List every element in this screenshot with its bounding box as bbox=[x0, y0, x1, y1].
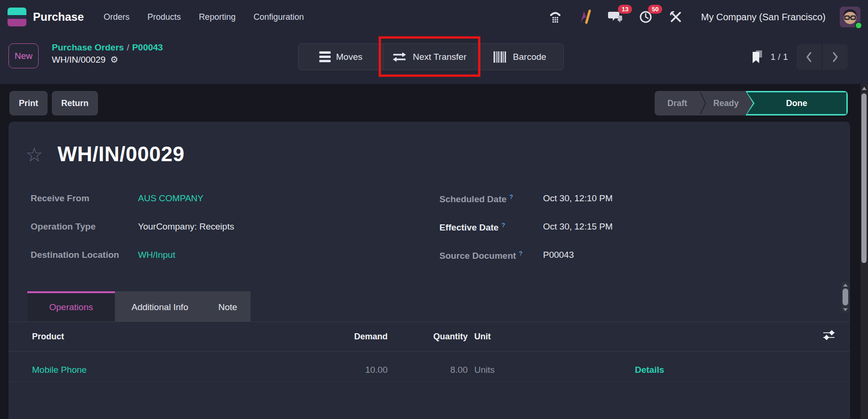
details-button[interactable]: Details bbox=[635, 365, 664, 375]
activities-clock-icon[interactable]: 50 bbox=[638, 9, 654, 25]
column-header-demand[interactable]: Demand bbox=[317, 332, 388, 342]
field-value-scheduled-date[interactable]: Oct 30, 12:10 PM bbox=[543, 193, 613, 204]
help-icon: ? bbox=[510, 193, 513, 200]
column-header-unit[interactable]: Unit bbox=[474, 332, 491, 342]
optional-columns-icon[interactable] bbox=[822, 330, 836, 342]
form-sheet: ☆ WH/IN/00029 Receive From AUS COMPANY O… bbox=[8, 122, 850, 419]
nav-menus: Orders Products Reporting Configuration bbox=[103, 9, 305, 25]
logo-dark-band bbox=[8, 15, 26, 19]
online-status-dot bbox=[855, 22, 862, 29]
user-avatar[interactable] bbox=[840, 7, 860, 27]
field-value-operation-type[interactable]: YourCompany: Receipts bbox=[138, 222, 234, 232]
page-scrollbar[interactable] bbox=[860, 84, 868, 419]
favorite-star-icon[interactable]: ☆ bbox=[25, 145, 43, 165]
menu-reporting[interactable]: Reporting bbox=[198, 9, 236, 25]
pager: 1 / 1 bbox=[752, 44, 848, 70]
notebook-tabs: Operations Additional Info Note bbox=[27, 291, 251, 321]
activities-badge: 50 bbox=[648, 5, 662, 14]
barcode-icon bbox=[493, 51, 507, 63]
field-label-operation-type: Operation Type bbox=[31, 222, 96, 232]
field-label-source-document: Source Document bbox=[439, 251, 516, 261]
control-panel: Print Return Draft Ready Done bbox=[0, 84, 860, 122]
moves-list-icon bbox=[319, 51, 331, 62]
actions-gear-icon[interactable]: ⚙ bbox=[110, 54, 118, 66]
field-value-receive-from[interactable]: AUS COMPANY bbox=[138, 193, 203, 203]
print-button[interactable]: Print bbox=[9, 91, 48, 115]
table-row-demand[interactable]: 10.00 bbox=[317, 365, 388, 375]
barcode-button[interactable]: Barcode bbox=[476, 43, 564, 70]
app-title[interactable]: Purchase bbox=[33, 10, 84, 24]
breadcrumb: Purchase Orders/P00043 WH/IN/00029 ⚙ bbox=[52, 41, 163, 66]
pager-buttons bbox=[796, 44, 848, 70]
inner-scroll-thumb[interactable] bbox=[843, 288, 848, 305]
field-value-effective-date[interactable]: Oct 30, 12:15 PM bbox=[543, 222, 613, 232]
menu-configuration[interactable]: Configuration bbox=[252, 9, 305, 25]
breadcrumb-parent-link[interactable]: Purchase Orders bbox=[52, 42, 124, 52]
annotation-highlight-next-transfer bbox=[379, 36, 480, 77]
product-link[interactable]: Mobile Phone bbox=[32, 365, 87, 375]
status-done-active[interactable]: Done bbox=[746, 91, 848, 115]
inner-scroll-up-icon[interactable] bbox=[843, 284, 848, 287]
breadcrumb-doc-link[interactable]: P00043 bbox=[132, 42, 163, 52]
breadcrumb-bar: New Purchase Orders/P00043 WH/IN/00029 ⚙… bbox=[0, 34, 868, 84]
messages-icon[interactable]: 13 bbox=[608, 9, 624, 25]
voip-phone-icon[interactable] bbox=[547, 9, 563, 25]
top-navbar: Purchase Orders Products Reporting Confi… bbox=[0, 0, 868, 34]
breadcrumb-current: WH/IN/00029 bbox=[52, 54, 105, 66]
scroll-thumb[interactable] bbox=[861, 93, 867, 263]
status-done-label: Done bbox=[786, 99, 807, 108]
logo-magenta-band bbox=[8, 19, 26, 26]
chevron-right-icon bbox=[831, 51, 839, 63]
table-row-product: Mobile Phone bbox=[32, 365, 87, 375]
field-label-effective-date: Effective Date bbox=[439, 222, 499, 232]
header: Purchase Orders Products Reporting Confi… bbox=[0, 0, 868, 84]
table-row-rule bbox=[8, 382, 850, 382]
status-separator-icon bbox=[700, 91, 706, 115]
breadcrumb-separator: / bbox=[124, 42, 132, 52]
tab-divider bbox=[8, 321, 850, 322]
field-value-destination-location[interactable]: WH/Input bbox=[138, 250, 175, 260]
inner-scroll-down-icon[interactable] bbox=[843, 308, 848, 311]
ai-assistant-icon[interactable] bbox=[577, 9, 593, 25]
logo-teal-band bbox=[8, 8, 26, 15]
apps-menu-icon[interactable] bbox=[8, 8, 26, 26]
table-row-quantity[interactable]: 8.00 bbox=[397, 365, 468, 375]
field-label-destination-location: Destination Location bbox=[31, 250, 119, 260]
chevron-left-icon bbox=[805, 51, 813, 63]
column-header-quantity[interactable]: Quantity bbox=[397, 332, 468, 342]
table-row-unit: Units bbox=[474, 365, 495, 375]
menu-products[interactable]: Products bbox=[146, 9, 182, 25]
field-value-source-document[interactable]: P00043 bbox=[543, 250, 574, 260]
debug-tools-icon[interactable] bbox=[668, 9, 684, 25]
app-window: Purchase Orders Products Reporting Confi… bbox=[0, 0, 868, 419]
moves-button[interactable]: Moves bbox=[298, 43, 383, 70]
menu-orders[interactable]: Orders bbox=[103, 9, 130, 25]
field-label-receive-from: Receive From bbox=[31, 193, 89, 204]
tab-additional-info[interactable]: Additional Info bbox=[115, 291, 205, 321]
status-ready[interactable]: Ready bbox=[706, 91, 746, 115]
help-icon: ? bbox=[502, 222, 505, 229]
status-bar: Draft Ready Done bbox=[655, 91, 848, 115]
inner-scrollbar[interactable] bbox=[841, 282, 850, 313]
record-title: WH/IN/00029 bbox=[57, 142, 185, 166]
help-icon: ? bbox=[519, 250, 523, 257]
tab-operations[interactable]: Operations bbox=[27, 291, 115, 321]
return-button[interactable]: Return bbox=[52, 91, 98, 115]
bookmark-icon[interactable] bbox=[752, 50, 762, 64]
navbar-systray: 13 50 My Company (San Franci bbox=[547, 7, 860, 27]
field-label-scheduled-date: Scheduled Date bbox=[439, 194, 507, 204]
scroll-up-icon[interactable] bbox=[862, 87, 867, 90]
moves-label: Moves bbox=[336, 52, 363, 62]
pager-next-button[interactable] bbox=[822, 44, 848, 70]
new-button[interactable]: New bbox=[8, 43, 39, 68]
tab-note[interactable]: Note bbox=[205, 291, 251, 321]
column-header-product[interactable]: Product bbox=[32, 332, 64, 342]
company-switcher[interactable]: My Company (San Francisco) bbox=[701, 12, 826, 23]
pager-previous-button[interactable] bbox=[796, 44, 822, 70]
table-header-rule bbox=[8, 351, 850, 352]
status-draft[interactable]: Draft bbox=[655, 91, 700, 115]
messages-badge: 13 bbox=[618, 5, 632, 14]
pager-counter: 1 / 1 bbox=[771, 52, 788, 62]
barcode-label: Barcode bbox=[513, 52, 546, 62]
